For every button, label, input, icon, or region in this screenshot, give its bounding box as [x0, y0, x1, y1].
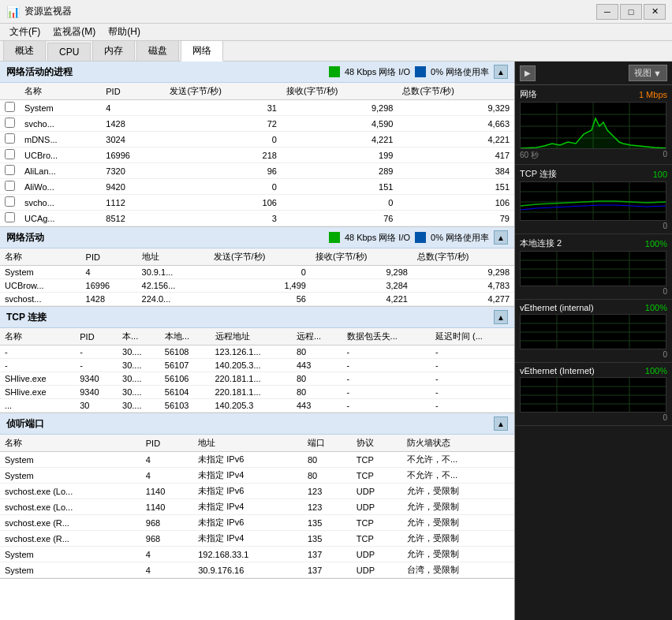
collapse-tcp-btn[interactable]: ▲ [494, 310, 508, 324]
listening-header[interactable]: 侦听端口 ▲ [0, 413, 514, 435]
col-total: 总数(字节/秒) [413, 248, 514, 266]
listen-firewall: 不允许，不... [402, 452, 514, 468]
table-row[interactable]: mDNS... 3024 0 4,221 4,221 [0, 132, 514, 148]
table-row[interactable]: svchost.exe (R... 968 未指定 IPv6 135 TCP 允… [0, 515, 514, 531]
checkbox-cell[interactable] [0, 116, 20, 132]
tcp-packet-loss: - [342, 399, 431, 413]
col-protocol: 协议 [352, 435, 402, 452]
process-recv: 76 [282, 211, 398, 226]
listen-protocol: UDP [352, 499, 402, 515]
activity-addr: 224.0... [137, 293, 209, 306]
tab-disk[interactable]: 磁盘 [136, 40, 179, 61]
table-row[interactable]: svcho... 1112 106 0 106 [0, 195, 514, 211]
process-recv: 0 [282, 195, 398, 211]
col-send: 发送(字节/秒) [165, 83, 282, 100]
table-row[interactable]: - - 30.... 56107 140.205.3... 443 - - [0, 359, 514, 372]
close-button[interactable]: ✕ [644, 4, 666, 20]
graph-footer-right: 0 [663, 150, 667, 161]
table-row[interactable]: svchost.exe (Lo... 1140 未指定 IPv4 123 UDP… [0, 499, 514, 515]
listen-pid: 4 [141, 468, 193, 484]
menu-file[interactable]: 文件(F) [3, 24, 47, 40]
activity-name: svchost... [0, 293, 81, 306]
listening-title: 侦听端口 [6, 417, 44, 431]
tcp-local-ip: 30.... [118, 359, 160, 372]
network-graph-title: 网络 [520, 88, 537, 100]
menu-help[interactable]: 帮助(H) [102, 24, 147, 40]
network-processes-header[interactable]: 网络活动的进程 48 Kbps 网络 I/O 0% 网络使用率 ▲ [0, 62, 514, 83]
svg-rect-3 [415, 232, 426, 243]
window-title: 资源监视器 [24, 5, 72, 18]
veth-internal-title: vEthernet (internal) [520, 303, 594, 312]
process-pid: 16996 [101, 148, 165, 163]
checkbox-cell[interactable] [0, 100, 20, 116]
processes-table: 名称 PID 发送(字节/秒) 接收(字节/秒) 总数(字节/秒) System… [0, 83, 514, 226]
table-row[interactable]: AliLan... 7320 96 289 384 [0, 163, 514, 179]
tcp-latency: - [431, 399, 514, 413]
tab-overview[interactable]: 概述 [3, 40, 46, 61]
table-row[interactable]: SHlive.exe 9340 30.... 56104 220.181.1..… [0, 386, 514, 399]
checkbox-cell[interactable] [0, 148, 20, 163]
col-name: 名称 [0, 435, 141, 452]
table-row[interactable]: UCBrow... 16996 42.156... 1,499 3,284 4,… [0, 279, 514, 293]
table-row[interactable]: UCBro... 16996 218 199 417 [0, 148, 514, 163]
checkbox-cell[interactable] [0, 163, 20, 179]
collapse-listening-btn[interactable]: ▲ [494, 416, 508, 431]
listen-pid: 4 [141, 452, 193, 468]
listen-port: 123 [303, 484, 352, 499]
listen-addr: 未指定 IPv6 [193, 484, 303, 499]
network-io-label: 48 Kbps 网络 I/O [345, 66, 410, 78]
table-row[interactable]: - - 30.... 56108 123.126.1... 80 - - [0, 345, 514, 359]
listen-protocol: UDP [352, 547, 402, 562]
table-row[interactable]: System 4 未指定 IPv4 80 TCP 不允许，不... [0, 468, 514, 484]
table-row[interactable]: System 4 未指定 IPv6 80 TCP 不允许，不... [0, 452, 514, 468]
table-row[interactable]: ... 30 30.... 56103 140.205.3 443 - - [0, 399, 514, 413]
tcp-graph-svg [521, 182, 666, 221]
table-row[interactable]: UCAg... 8512 3 76 79 [0, 211, 514, 226]
checkbox-cell[interactable] [0, 211, 20, 226]
table-row[interactable]: SHlive.exe 9340 30.... 56106 220.181.1..… [0, 372, 514, 386]
maximize-button[interactable]: □ [620, 4, 642, 20]
checkbox-cell[interactable] [0, 179, 20, 195]
table-row[interactable]: svcho... 1428 72 4,590 4,663 [0, 116, 514, 132]
process-send: 106 [165, 195, 282, 211]
tcp-graph-section: TCP 连接 100 0 [515, 165, 672, 234]
network-activity-header[interactable]: 网络活动 48 Kbps 网络 I/O 0% 网络使用率 ▲ [0, 227, 514, 248]
tcp-local-port: 56107 [160, 359, 211, 372]
tcp-remote-port: 443 [292, 359, 342, 372]
process-name: AliLan... [20, 163, 101, 179]
listen-port: 137 [303, 562, 352, 578]
checkbox-cell[interactable] [0, 195, 20, 211]
collapse-activity-btn[interactable]: ▲ [494, 230, 508, 245]
table-row[interactable]: svchost.exe (R... 968 未指定 IPv4 135 TCP 允… [0, 531, 514, 547]
tab-memory[interactable]: 内存 [92, 40, 135, 61]
menu-monitor[interactable]: 监视器(M) [47, 24, 102, 40]
tcp-section: TCP 连接 ▲ 名称 PID 本... 本地... 远程地址 远程... [0, 307, 514, 413]
table-row[interactable]: System 4 31 9,298 9,329 [0, 100, 514, 116]
checkbox-cell[interactable] [0, 132, 20, 148]
view-button[interactable]: 视图 ▼ [629, 65, 667, 81]
minimize-button[interactable]: ─ [596, 4, 618, 20]
tcp-pid: 9340 [75, 372, 118, 386]
table-row[interactable]: System 4 30.9.1... 0 9,298 9,298 [0, 266, 514, 279]
table-row[interactable]: AliWo... 9420 0 151 151 [0, 179, 514, 195]
tab-network[interactable]: 网络 [181, 40, 223, 62]
process-total: 384 [398, 163, 514, 179]
col-local-ip: 本... [118, 328, 160, 345]
table-row[interactable]: System 4 30.9.176.16 137 UDP 台湾，受限制 [0, 562, 514, 578]
svg-rect-0 [329, 66, 340, 77]
veth-internet-svg [521, 378, 666, 413]
svg-rect-1 [415, 66, 426, 77]
tcp-remote-addr: 140.205.3... [211, 359, 292, 372]
table-row[interactable]: System 4 192.168.33.1 137 UDP 允许，受限制 [0, 547, 514, 562]
collapse-processes-btn[interactable]: ▲ [494, 65, 508, 79]
tcp-local-port: 56108 [160, 345, 211, 359]
activity-pid: 16996 [81, 279, 137, 293]
table-row[interactable]: svchost... 1428 224.0... 56 4,221 4,277 [0, 293, 514, 306]
right-nav-btn[interactable]: ▶ [520, 65, 536, 81]
tcp-header[interactable]: TCP 连接 ▲ [0, 307, 514, 328]
listen-port: 123 [303, 499, 352, 515]
table-row[interactable]: svchost.exe (Lo... 1140 未指定 IPv6 123 UDP… [0, 484, 514, 499]
tab-cpu[interactable]: CPU [47, 43, 91, 61]
tab-bar: 概述 CPU 内存 磁盘 网络 [0, 41, 672, 62]
process-total: 4,221 [398, 132, 514, 148]
